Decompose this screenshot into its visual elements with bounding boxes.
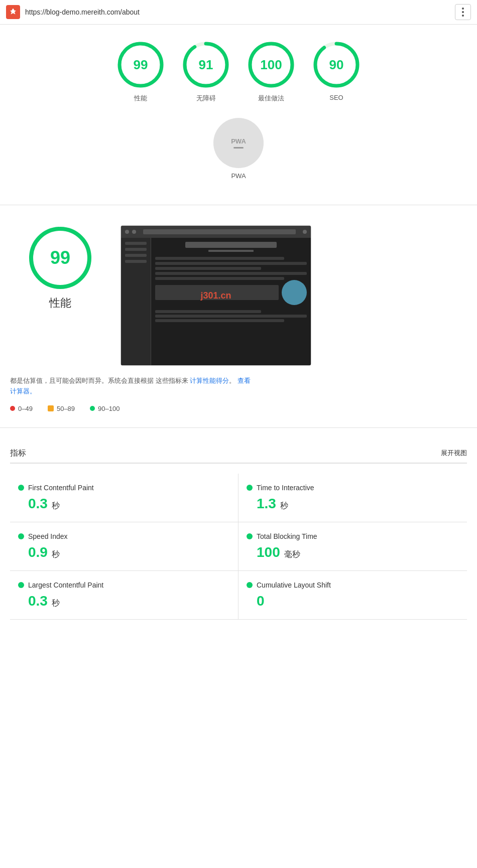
score-label-0: 性能	[134, 94, 147, 103]
legend-dot-good	[90, 406, 95, 411]
metric-name-row-2: Speed Index	[18, 532, 230, 540]
metric-value-1: 1.3 秒	[247, 496, 459, 512]
metric-value-3: 100 毫秒	[247, 544, 459, 560]
metric-cell-3: Total Blocking Time 100 毫秒	[238, 522, 467, 571]
score-label-2: 最佳做法	[258, 94, 284, 103]
metric-dot-3	[247, 533, 253, 539]
mock-sidebar	[121, 238, 151, 365]
metric-unit-2: 秒	[52, 550, 60, 558]
menu-dot-1	[462, 8, 464, 10]
pwa-section: PWA PWA	[213, 118, 264, 180]
mock-main-area	[151, 238, 311, 365]
metric-unit-1: 秒	[280, 501, 288, 510]
score-circle-3: 90	[311, 40, 362, 90]
calc-score-link[interactable]: 计算性能得分	[190, 377, 229, 384]
desc-prefix: 都是估算值，且可能会因时而异。系统会直接根据	[10, 377, 154, 384]
metric-dot-4	[18, 582, 24, 588]
metric-name-row-1: Time to Interactive	[247, 484, 459, 492]
section-divider-2	[0, 427, 477, 428]
performance-left: 99 性能	[10, 225, 110, 311]
url-bar: https://blog-demo.mereith.com/about	[0, 0, 477, 25]
desc-suffix: 这些指标来	[156, 377, 188, 384]
metrics-grid: First Contentful Paint 0.3 秒 Time to Int…	[10, 474, 467, 620]
score-item-最佳做法: 100 最佳做法	[246, 40, 296, 103]
mock-line-3	[155, 267, 261, 270]
legend-average: 50–89	[48, 405, 75, 412]
metric-value-2: 0.9 秒	[18, 544, 230, 560]
legend-row: 0–49 50–89 90–100	[10, 405, 467, 412]
metrics-section: 指标 展开视图 First Contentful Paint 0.3 秒 Tim…	[0, 438, 477, 630]
mock-page-title	[185, 242, 276, 248]
metric-name-0: First Contentful Paint	[28, 484, 94, 492]
performance-description: 都是估算值，且可能会因时而异。系统会直接根据 这些指标来 计算性能得分。 查看计…	[10, 376, 251, 397]
metric-cell-0: First Contentful Paint 0.3 秒	[10, 474, 238, 522]
metric-dot-5	[247, 582, 253, 588]
section-divider-1	[0, 205, 477, 205]
metric-name-row-4: Largest Contentful Paint	[18, 581, 230, 589]
pwa-dash	[233, 147, 244, 149]
mock-dot-1	[125, 230, 129, 234]
score-item-SEO: 90 SEO	[311, 40, 362, 103]
mock-line-1	[155, 257, 284, 260]
mock-dot-2	[132, 230, 136, 234]
metric-unit-4: 秒	[52, 599, 60, 607]
metric-name-row-5: Cumulative Layout Shift	[247, 581, 459, 589]
mock-line-5	[155, 277, 284, 280]
metric-name-row-0: First Contentful Paint	[18, 484, 230, 492]
performance-title: 性能	[49, 296, 71, 311]
metric-dot-0	[18, 485, 24, 491]
performance-score-circle: 99	[28, 225, 93, 291]
metric-cell-4: Largest Contentful Paint 0.3 秒	[10, 571, 238, 620]
menu-dot-3	[462, 15, 464, 17]
score-item-无障碍: 91 无障碍	[181, 40, 231, 103]
legend-fail: 0–49	[10, 405, 33, 412]
pwa-label: PWA	[231, 172, 246, 180]
pwa-circle: PWA	[213, 118, 264, 168]
screenshot-thumbnail: j301.cn	[121, 225, 311, 366]
metric-cell-1: Time to Interactive 1.3 秒	[238, 474, 467, 522]
mock-line-2	[155, 262, 307, 265]
metric-cell-2: Speed Index 0.9 秒	[10, 522, 238, 571]
mock-page-content	[121, 238, 311, 365]
watermark-text: j301.cn	[200, 291, 231, 301]
legend-range-fail: 0–49	[18, 405, 33, 412]
legend-good: 90–100	[90, 405, 120, 412]
menu-dot-2	[462, 11, 464, 13]
legend-range-good: 90–100	[98, 405, 120, 412]
metric-value-5: 0	[247, 593, 459, 609]
pwa-circle-text: PWA	[231, 137, 246, 145]
score-label-3: SEO	[329, 94, 343, 101]
metric-name-3: Total Blocking Time	[257, 532, 317, 540]
score-value-2: 100	[260, 57, 282, 73]
performance-section: 99 性能	[0, 210, 477, 422]
score-circle-1: 91	[181, 40, 231, 90]
legend-square-average	[48, 405, 54, 411]
score-item-性能: 99 性能	[115, 40, 166, 103]
mock-topbar	[121, 226, 311, 238]
metric-dot-2	[18, 533, 24, 539]
metric-name-2: Speed Index	[28, 532, 68, 540]
scores-section: 99 性能 91 无障碍 100 最佳做法	[0, 25, 477, 200]
performance-score-value: 99	[50, 247, 70, 268]
metric-unit-3: 毫秒	[284, 550, 300, 558]
legend-dot-fail	[10, 406, 15, 411]
metric-value-4: 0.3 秒	[18, 593, 230, 609]
score-circle-0: 99	[115, 40, 166, 90]
url-text: https://blog-demo.mereith.com/about	[25, 8, 450, 16]
score-circles-row: 99 性能 91 无障碍 100 最佳做法	[115, 40, 362, 103]
score-value-0: 99	[134, 57, 148, 73]
metrics-header: 指标 展开视图	[10, 448, 467, 464]
expand-view-button[interactable]: 展开视图	[441, 449, 467, 458]
score-value-3: 90	[329, 57, 344, 73]
metric-name-row-3: Total Blocking Time	[247, 532, 459, 540]
lighthouse-icon	[6, 5, 20, 19]
metric-dot-1	[247, 485, 253, 491]
menu-button[interactable]	[455, 4, 471, 20]
mock-line-4	[155, 272, 307, 275]
metric-unit-0: 秒	[52, 501, 60, 510]
legend-range-average: 50–89	[57, 405, 75, 412]
mock-dot-3	[303, 230, 307, 234]
metrics-section-title: 指标	[10, 448, 26, 459]
score-label-1: 无障碍	[196, 94, 216, 103]
score-value-1: 91	[199, 57, 213, 73]
